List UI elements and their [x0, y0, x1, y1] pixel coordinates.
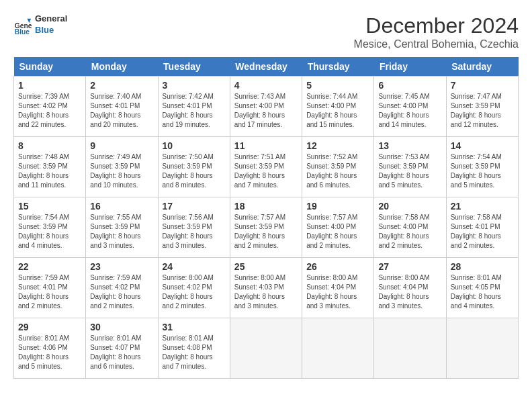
day-number: 19 [306, 201, 369, 212]
day-info: Sunrise: 8:01 AM Sunset: 4:08 PM Dayligh… [163, 334, 226, 371]
day-cell-20: 20Sunrise: 7:58 AM Sunset: 4:00 PM Dayli… [374, 197, 446, 258]
day-number: 18 [234, 201, 298, 212]
week-row-4: 22Sunrise: 7:59 AM Sunset: 4:01 PM Dayli… [14, 258, 519, 318]
day-info: Sunrise: 8:00 AM Sunset: 4:02 PM Dayligh… [163, 273, 226, 311]
week-row-1: 1Sunrise: 7:39 AM Sunset: 4:02 PM Daylig… [14, 77, 519, 137]
day-info: Sunrise: 7:50 AM Sunset: 3:59 PM Dayligh… [163, 152, 226, 190]
day-number: 3 [163, 80, 226, 91]
day-number: 20 [378, 201, 441, 212]
month-title: December 2024 [354, 13, 519, 38]
week-row-3: 15Sunrise: 7:54 AM Sunset: 3:59 PM Dayli… [14, 197, 519, 258]
empty-cell [302, 318, 374, 379]
header-saturday: Saturday [446, 57, 518, 77]
location-title: Mesice, Central Bohemia, Czechia [354, 38, 519, 50]
logo-line1: General [35, 13, 67, 25]
day-info: Sunrise: 7:48 AM Sunset: 3:59 PM Dayligh… [18, 152, 81, 190]
logo-icon: General Blue [13, 15, 32, 34]
day-cell-30: 30Sunrise: 8:01 AM Sunset: 4:07 PM Dayli… [86, 318, 158, 379]
day-cell-7: 7Sunrise: 7:47 AM Sunset: 3:59 PM Daylig… [446, 77, 518, 137]
logo: General Blue General Blue [13, 13, 67, 36]
day-cell-10: 10Sunrise: 7:50 AM Sunset: 3:59 PM Dayli… [158, 137, 230, 197]
day-info: Sunrise: 7:53 AM Sunset: 3:59 PM Dayligh… [378, 152, 441, 190]
day-info: Sunrise: 7:58 AM Sunset: 4:01 PM Dayligh… [451, 213, 514, 250]
logo-line2: Blue [35, 25, 67, 36]
day-info: Sunrise: 7:54 AM Sunset: 3:59 PM Dayligh… [18, 213, 81, 250]
day-number: 6 [378, 80, 441, 91]
day-number: 29 [18, 322, 81, 332]
day-info: Sunrise: 7:43 AM Sunset: 4:00 PM Dayligh… [234, 92, 298, 130]
day-number: 28 [451, 261, 514, 272]
empty-cell [446, 318, 518, 379]
day-info: Sunrise: 7:55 AM Sunset: 3:59 PM Dayligh… [90, 213, 153, 250]
day-cell-14: 14Sunrise: 7:54 AM Sunset: 3:59 PM Dayli… [446, 137, 518, 197]
day-info: Sunrise: 8:00 AM Sunset: 4:04 PM Dayligh… [378, 273, 441, 311]
day-number: 17 [163, 201, 226, 212]
day-number: 13 [378, 140, 441, 151]
day-info: Sunrise: 7:57 AM Sunset: 3:59 PM Dayligh… [234, 213, 298, 250]
day-info: Sunrise: 7:49 AM Sunset: 3:59 PM Dayligh… [90, 152, 153, 190]
day-number: 30 [90, 322, 153, 332]
day-info: Sunrise: 7:58 AM Sunset: 4:00 PM Dayligh… [378, 213, 441, 250]
empty-cell [374, 318, 446, 379]
day-number: 21 [451, 201, 514, 212]
day-cell-19: 19Sunrise: 7:57 AM Sunset: 4:00 PM Dayli… [302, 197, 374, 258]
day-cell-9: 9Sunrise: 7:49 AM Sunset: 3:59 PM Daylig… [86, 137, 158, 197]
day-cell-3: 3Sunrise: 7:42 AM Sunset: 4:01 PM Daylig… [158, 77, 230, 137]
day-number: 9 [90, 140, 153, 151]
day-cell-27: 27Sunrise: 8:00 AM Sunset: 4:04 PM Dayli… [374, 258, 446, 318]
day-cell-15: 15Sunrise: 7:54 AM Sunset: 3:59 PM Dayli… [14, 197, 86, 258]
day-info: Sunrise: 8:01 AM Sunset: 4:07 PM Dayligh… [90, 334, 153, 371]
day-cell-17: 17Sunrise: 7:56 AM Sunset: 3:59 PM Dayli… [158, 197, 230, 258]
day-number: 1 [18, 80, 81, 91]
day-info: Sunrise: 7:56 AM Sunset: 3:59 PM Dayligh… [163, 213, 226, 250]
day-cell-31: 31Sunrise: 8:01 AM Sunset: 4:08 PM Dayli… [158, 318, 230, 379]
header-thursday: Thursday [302, 57, 374, 77]
day-info: Sunrise: 7:54 AM Sunset: 3:59 PM Dayligh… [451, 152, 514, 190]
day-info: Sunrise: 7:59 AM Sunset: 4:02 PM Dayligh… [90, 273, 153, 311]
header-friday: Friday [374, 57, 446, 77]
day-info: Sunrise: 7:47 AM Sunset: 3:59 PM Dayligh… [451, 92, 514, 130]
day-cell-21: 21Sunrise: 7:58 AM Sunset: 4:01 PM Dayli… [446, 197, 518, 258]
day-number: 8 [18, 140, 81, 151]
day-cell-12: 12Sunrise: 7:52 AM Sunset: 3:59 PM Dayli… [302, 137, 374, 197]
day-number: 25 [234, 261, 298, 272]
svg-text:Blue: Blue [15, 28, 30, 34]
day-cell-2: 2Sunrise: 7:40 AM Sunset: 4:01 PM Daylig… [86, 77, 158, 137]
day-info: Sunrise: 7:52 AM Sunset: 3:59 PM Dayligh… [306, 152, 369, 190]
day-info: Sunrise: 7:42 AM Sunset: 4:01 PM Dayligh… [163, 92, 226, 130]
day-info: Sunrise: 7:40 AM Sunset: 4:01 PM Dayligh… [90, 92, 153, 130]
day-cell-29: 29Sunrise: 8:01 AM Sunset: 4:06 PM Dayli… [14, 318, 86, 379]
header-sunday: Sunday [14, 57, 86, 77]
day-cell-22: 22Sunrise: 7:59 AM Sunset: 4:01 PM Dayli… [14, 258, 86, 318]
day-cell-16: 16Sunrise: 7:55 AM Sunset: 3:59 PM Dayli… [86, 197, 158, 258]
day-number: 23 [90, 261, 153, 272]
day-number: 7 [451, 80, 514, 91]
day-cell-25: 25Sunrise: 8:00 AM Sunset: 4:03 PM Dayli… [230, 258, 302, 318]
day-info: Sunrise: 7:57 AM Sunset: 4:00 PM Dayligh… [306, 213, 369, 250]
day-info: Sunrise: 7:44 AM Sunset: 4:00 PM Dayligh… [306, 92, 369, 130]
day-cell-1: 1Sunrise: 7:39 AM Sunset: 4:02 PM Daylig… [14, 77, 86, 137]
day-number: 24 [163, 261, 226, 272]
day-number: 14 [451, 140, 514, 151]
day-number: 16 [90, 201, 153, 212]
day-info: Sunrise: 7:59 AM Sunset: 4:01 PM Dayligh… [18, 273, 81, 311]
day-cell-28: 28Sunrise: 8:01 AM Sunset: 4:05 PM Dayli… [446, 258, 518, 318]
day-info: Sunrise: 8:01 AM Sunset: 4:05 PM Dayligh… [451, 273, 514, 311]
week-row-2: 8Sunrise: 7:48 AM Sunset: 3:59 PM Daylig… [14, 137, 519, 197]
header-wednesday: Wednesday [230, 57, 302, 77]
header-monday: Monday [86, 57, 158, 77]
day-number: 10 [163, 140, 226, 151]
day-info: Sunrise: 8:00 AM Sunset: 4:03 PM Dayligh… [234, 273, 298, 311]
day-cell-8: 8Sunrise: 7:48 AM Sunset: 3:59 PM Daylig… [14, 137, 86, 197]
day-number: 15 [18, 201, 81, 212]
day-info: Sunrise: 7:39 AM Sunset: 4:02 PM Dayligh… [18, 92, 81, 130]
calendar-table: Sunday Monday Tuesday Wednesday Thursday… [13, 57, 519, 379]
day-number: 27 [378, 261, 441, 272]
page-header: General Blue General Blue December 2024 … [13, 13, 519, 50]
day-number: 11 [234, 140, 298, 151]
day-info: Sunrise: 8:01 AM Sunset: 4:06 PM Dayligh… [18, 334, 81, 371]
day-cell-23: 23Sunrise: 7:59 AM Sunset: 4:02 PM Dayli… [86, 258, 158, 318]
header-tuesday: Tuesday [158, 57, 230, 77]
day-number: 4 [234, 80, 298, 91]
title-area: December 2024 Mesice, Central Bohemia, C… [354, 13, 519, 50]
